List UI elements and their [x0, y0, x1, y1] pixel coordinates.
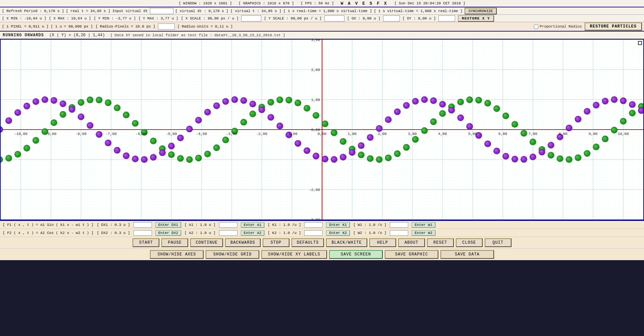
save-graphic-button[interactable]: SAVE GRAPHIC: [385, 250, 438, 259]
radius-px-label: [ Radius-Pixels = 10.0 px ]: [96, 25, 155, 29]
about-button[interactable]: ABOUT: [398, 238, 425, 247]
ymax-label: [ Y MAX : 3,77 u ]: [139, 16, 178, 20]
input-dt-label: Input virtual dt: [112, 9, 148, 13]
real-t: [ real t = 34,85 s ]: [66, 9, 110, 13]
real-to-virtual: [ 1 s real-time = 1,000 s virtual-time ]: [283, 9, 372, 13]
yscale-label: [ Y SCALE : 90,00 px / u ]: [264, 16, 322, 20]
k1-label: [ K1 : 1.0 /u ]: [268, 223, 301, 227]
dx1-label: [ DX1 : 0.3 u ]: [97, 223, 130, 227]
save-screen-button[interactable]: SAVE SCREEN: [329, 250, 383, 259]
show-hide-axes-button[interactable]: SHOW/HIDE AXES: [150, 250, 204, 259]
xmin-label: [ X MIN : -10,64 u ]: [2, 16, 46, 20]
timing-row: [ Refresh Period : 0,170 s ] [ real t = …: [0, 7, 644, 15]
control-buttons-row: START PAUSE CONTINUE BACKWARDS STOP DEFA…: [0, 237, 644, 249]
enter-a1-button[interactable]: Enter A1: [241, 222, 265, 228]
oy-label: [ OY : 0,00 u ]: [402, 16, 436, 20]
simulation-canvas[interactable]: [0, 39, 644, 220]
help-button[interactable]: HELP: [369, 238, 396, 247]
formula-row-1: [ F1 ( x , t ) = A1 Sin ( k1 x - w1 t ) …: [0, 221, 644, 229]
xscale-label: [ X SCALE : 90,00 px / u ]: [181, 16, 239, 20]
k2-input[interactable]: [304, 230, 323, 236]
a1-input[interactable]: [219, 222, 237, 228]
enter-w1-button[interactable]: Enter W1: [412, 222, 435, 228]
k2-label: [ K2 : 1.0 /u ]: [268, 231, 301, 235]
backwards-button[interactable]: BACKWARDS: [225, 238, 261, 247]
virtual-to-real: [ 1 s virtual-time = 1,000 s real-time ]: [374, 9, 463, 13]
corner-indicator: [638, 41, 642, 45]
reset-button[interactable]: RESET: [427, 238, 454, 247]
xy-coords: (X | Y) = (0,26 | 1,44): [49, 33, 105, 38]
a2-label: [ A2 : 1.0 u ]: [184, 231, 215, 235]
k1-input[interactable]: [304, 222, 323, 228]
dx1-input[interactable]: [133, 222, 152, 228]
w2-label: [ W2 : 1.0 /s ]: [353, 231, 386, 235]
status-row: RUNNING ONWARDS (X | Y) = (0,26 | 1,44) …: [0, 32, 644, 39]
formula-row-2: [ F2 ( x , t ) = A2 Cos ( k2 x - w2 t ) …: [0, 229, 644, 237]
proportional-radius-checkbox[interactable]: [534, 25, 538, 29]
quit-button[interactable]: QUIT: [485, 238, 512, 247]
virtual-dt-display: [ virtual dt : 0,170 s ]: [175, 9, 228, 13]
dx2-input[interactable]: [133, 230, 152, 236]
black-white-button[interactable]: BLACK/WHITE: [326, 238, 367, 247]
enter-dx2-button[interactable]: Enter DX2: [155, 230, 181, 236]
defaults-button[interactable]: DEFAULTS: [291, 238, 324, 247]
enter-w2-button[interactable]: Enter W2: [412, 230, 435, 236]
dx2-label: [ DX2 : 0.3 u ]: [97, 231, 130, 235]
w1-label: [ W1 : 1.0 /s ]: [353, 223, 386, 227]
w2-input[interactable]: [390, 230, 408, 236]
utility-buttons-row: SHOW/HIDE AXES SHOW/HIDE GRID SHOW/HIDE …: [0, 249, 644, 260]
refresh-period: [ Refresh Period : 0,170 s ]: [2, 9, 64, 13]
bottom-section: [ F1 ( x , t ) = A1 Sin ( k1 x - w1 t ) …: [0, 220, 644, 260]
save-data-button[interactable]: SAVE DATA: [440, 250, 494, 259]
pixel-info: [ 1 PIXEL = 0,011 u ] [ 1 u = 90,000 px …: [2, 25, 93, 29]
scale-row: [ X MIN : -10,64 u ] [ X MAX : 10,64 u ]…: [0, 15, 644, 22]
show-hide-labels-button[interactable]: SHOW/HIDE XY LABELS: [261, 250, 327, 259]
xscale-input[interactable]: [241, 15, 261, 21]
waves-fx-title: W A V E S F X: [340, 1, 387, 6]
enter-k1-button[interactable]: Enter K1: [326, 222, 350, 228]
proportional-radius-text: Proportional Radius: [540, 25, 582, 29]
start-button[interactable]: START: [132, 238, 159, 247]
pause-button[interactable]: PAUSE: [161, 238, 188, 247]
continue-button[interactable]: CONTINUE: [190, 238, 223, 247]
data-saved-info: [ Data XY saved in local folder as text …: [110, 33, 285, 37]
formula1-display: [ F1 ( x , t ) = A1 Sin ( k1 x - w1 t ) …: [3, 223, 94, 227]
virtual-t: [ virtual t : 34,85 s ]: [230, 9, 281, 13]
a2-input[interactable]: [219, 230, 237, 236]
datetime: [ Sun Dec 15 20:04:29 CET 2019 ]: [394, 1, 465, 5]
running-status: RUNNING ONWARDS: [3, 33, 44, 38]
radius-px-input[interactable]: [158, 23, 175, 30]
radius-units-label: [ Radius-Units = 0,11 u ]: [177, 25, 233, 29]
ox-label: [ OX : 0,00 u ]: [347, 16, 380, 20]
graphics-info: [ GRAPHICS : 1916 x 678 ]: [238, 1, 294, 5]
w1-input[interactable]: [390, 222, 408, 228]
xmax-label: [ X MAX : 10,64 u ]: [49, 16, 91, 20]
ox-input[interactable]: [383, 15, 400, 21]
virtual-dt-input[interactable]: [150, 8, 173, 14]
restore-particles-button[interactable]: RESTORE PARTICLES: [585, 22, 642, 31]
restore-xy-button[interactable]: RESTORE X Y: [458, 15, 494, 22]
enter-k2-button[interactable]: Enter K2: [326, 230, 350, 236]
synchronize-button[interactable]: SYNCHRONIZE: [465, 8, 497, 14]
a1-label: [ A1 : 1.0 u ]: [184, 223, 215, 227]
yscale-input[interactable]: [324, 15, 344, 21]
close-button[interactable]: CLOSE: [456, 238, 483, 247]
enter-a2-button[interactable]: Enter A2: [241, 230, 265, 236]
ymin-label: [ Y MIN : -3,77 u ]: [94, 16, 136, 20]
enter-dx1-button[interactable]: Enter DX1: [155, 222, 181, 228]
oy-input[interactable]: [438, 15, 455, 21]
stop-button[interactable]: STOP: [263, 238, 289, 247]
fps-info: [ FPS : 59 Hz ]: [301, 1, 334, 5]
formula2-display: [ F2 ( x , t ) = A2 Cos ( k2 x - w2 t ) …: [3, 231, 94, 235]
top-bar: [ WINDOW : 644 x 336 ] [ GRAPHICS : 19…: [0, 0, 644, 7]
proportional-radius-checkbox-label[interactable]: Proportional Radius: [534, 25, 582, 29]
show-hide-grid-button[interactable]: SHOW/HIDE GRID: [206, 250, 259, 259]
radius-row: [ 1 PIXEL = 0,011 u ] [ 1 u = 90,000 px …: [0, 22, 644, 32]
window-info: [ WINDOW : 644 x 336 ]: [179, 1, 232, 5]
